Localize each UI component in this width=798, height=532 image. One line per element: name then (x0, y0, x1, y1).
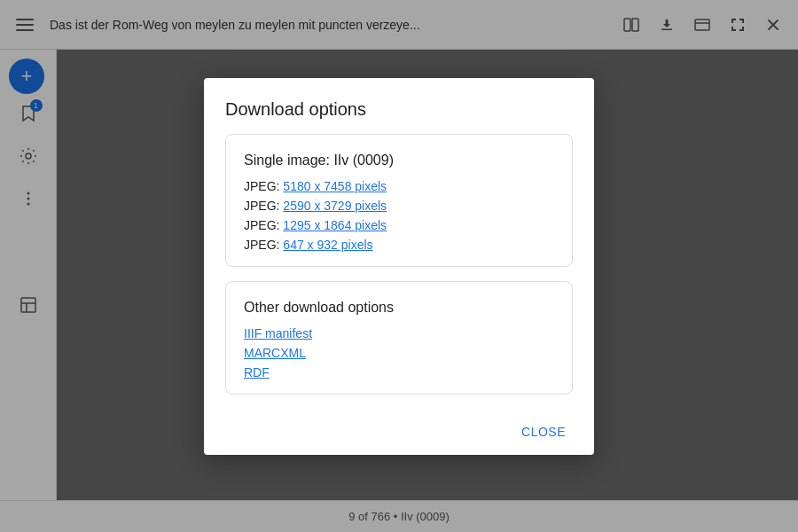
jpeg-prefix-3: JPEG: (244, 218, 283, 232)
modal-footer: CLOSE (204, 409, 594, 455)
jpeg-link-3[interactable]: 1295 x 1864 pixels (283, 218, 387, 232)
other-options-card: Other download options IIIF manifest MAR… (225, 281, 573, 395)
modal-header: Download options (204, 78, 594, 134)
jpeg-link-row-3: JPEG: 1295 x 1864 pixels (244, 218, 554, 232)
single-image-title: Single image: IIv (0009) (244, 153, 554, 168)
modal-body: Single image: IIv (0009) JPEG: 5180 x 74… (204, 134, 594, 409)
single-image-links: JPEG: 5180 x 7458 pixels JPEG: 2590 x 37… (244, 179, 554, 252)
jpeg-link-1[interactable]: 5180 x 7458 pixels (283, 179, 387, 193)
rdf-link-row: RDF (244, 365, 554, 379)
rdf-link[interactable]: RDF (244, 365, 270, 379)
download-modal: Download options Single image: IIv (0009… (204, 78, 594, 455)
close-button[interactable]: CLOSE (507, 416, 580, 448)
other-options-links: IIIF manifest MARCXML RDF (244, 326, 554, 379)
modal-overlay: Download options Single image: IIv (0009… (0, 0, 798, 532)
jpeg-link-row-2: JPEG: 2590 x 3729 pixels (244, 199, 554, 213)
modal-title: Download options (225, 99, 573, 120)
marcxml-link-row: MARCXML (244, 346, 554, 360)
other-options-title: Other download options (244, 300, 554, 316)
jpeg-prefix-4: JPEG: (244, 238, 283, 252)
jpeg-prefix-2: JPEG: (244, 199, 283, 213)
jpeg-link-row-1: JPEG: 5180 x 7458 pixels (244, 179, 554, 193)
jpeg-link-4[interactable]: 647 x 932 pixels (283, 238, 372, 252)
jpeg-link-row-4: JPEG: 647 x 932 pixels (244, 238, 554, 252)
single-image-card: Single image: IIv (0009) JPEG: 5180 x 74… (225, 134, 573, 267)
iiif-link[interactable]: IIIF manifest (244, 326, 312, 340)
jpeg-prefix-1: JPEG: (244, 179, 283, 193)
jpeg-link-2[interactable]: 2590 x 3729 pixels (283, 199, 387, 213)
marcxml-link[interactable]: MARCXML (244, 346, 306, 360)
iiif-link-row: IIIF manifest (244, 326, 554, 340)
